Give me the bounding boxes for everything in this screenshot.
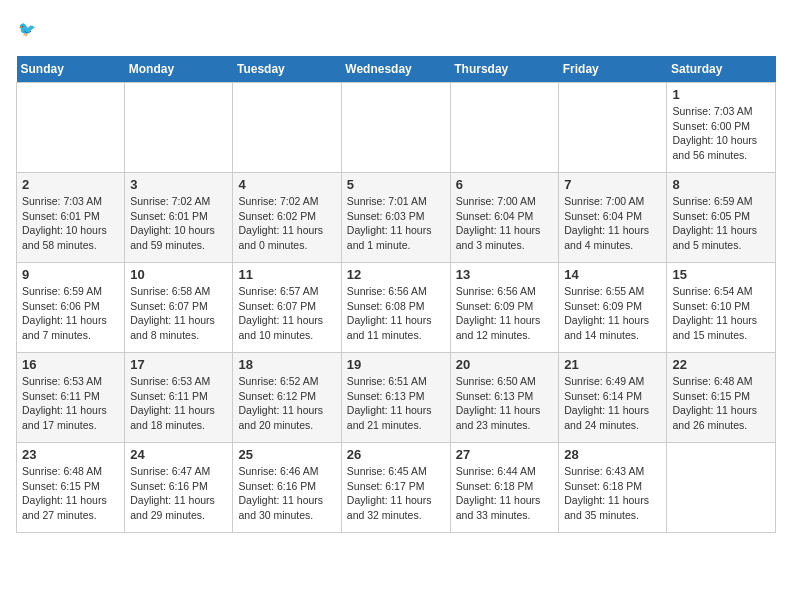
calendar-day-cell: 20Sunrise: 6:50 AM Sunset: 6:13 PM Dayli… xyxy=(450,353,559,443)
calendar-week-row: 16Sunrise: 6:53 AM Sunset: 6:11 PM Dayli… xyxy=(17,353,776,443)
calendar-week-row: 1Sunrise: 7:03 AM Sunset: 6:00 PM Daylig… xyxy=(17,83,776,173)
day-info: Sunrise: 6:48 AM Sunset: 6:15 PM Dayligh… xyxy=(672,374,770,433)
calendar-day-cell: 3Sunrise: 7:02 AM Sunset: 6:01 PM Daylig… xyxy=(125,173,233,263)
day-number: 2 xyxy=(22,177,119,192)
day-number: 13 xyxy=(456,267,554,282)
calendar-day-cell: 22Sunrise: 6:48 AM Sunset: 6:15 PM Dayli… xyxy=(667,353,776,443)
day-number: 20 xyxy=(456,357,554,372)
calendar-day-cell: 23Sunrise: 6:48 AM Sunset: 6:15 PM Dayli… xyxy=(17,443,125,533)
weekday-header: Sunday xyxy=(17,56,125,83)
calendar-day-cell: 5Sunrise: 7:01 AM Sunset: 6:03 PM Daylig… xyxy=(341,173,450,263)
day-info: Sunrise: 6:58 AM Sunset: 6:07 PM Dayligh… xyxy=(130,284,227,343)
day-number: 12 xyxy=(347,267,445,282)
logo-icon: 🐦 xyxy=(16,16,48,48)
calendar-day-cell: 14Sunrise: 6:55 AM Sunset: 6:09 PM Dayli… xyxy=(559,263,667,353)
day-info: Sunrise: 7:02 AM Sunset: 6:02 PM Dayligh… xyxy=(238,194,335,253)
calendar-day-cell xyxy=(17,83,125,173)
weekday-header: Thursday xyxy=(450,56,559,83)
day-info: Sunrise: 6:56 AM Sunset: 6:09 PM Dayligh… xyxy=(456,284,554,343)
day-info: Sunrise: 6:49 AM Sunset: 6:14 PM Dayligh… xyxy=(564,374,661,433)
page-header: 🐦 xyxy=(16,16,776,48)
day-number: 28 xyxy=(564,447,661,462)
day-number: 27 xyxy=(456,447,554,462)
calendar-day-cell: 7Sunrise: 7:00 AM Sunset: 6:04 PM Daylig… xyxy=(559,173,667,263)
day-info: Sunrise: 6:59 AM Sunset: 6:05 PM Dayligh… xyxy=(672,194,770,253)
day-info: Sunrise: 7:00 AM Sunset: 6:04 PM Dayligh… xyxy=(564,194,661,253)
calendar-table: SundayMondayTuesdayWednesdayThursdayFrid… xyxy=(16,56,776,533)
day-info: Sunrise: 6:44 AM Sunset: 6:18 PM Dayligh… xyxy=(456,464,554,523)
day-info: Sunrise: 6:50 AM Sunset: 6:13 PM Dayligh… xyxy=(456,374,554,433)
calendar-day-cell: 27Sunrise: 6:44 AM Sunset: 6:18 PM Dayli… xyxy=(450,443,559,533)
svg-text:🐦: 🐦 xyxy=(18,20,36,38)
logo: 🐦 xyxy=(16,16,52,48)
day-number: 26 xyxy=(347,447,445,462)
day-info: Sunrise: 6:59 AM Sunset: 6:06 PM Dayligh… xyxy=(22,284,119,343)
day-number: 22 xyxy=(672,357,770,372)
calendar-day-cell xyxy=(125,83,233,173)
day-info: Sunrise: 7:03 AM Sunset: 6:00 PM Dayligh… xyxy=(672,104,770,163)
day-info: Sunrise: 6:55 AM Sunset: 6:09 PM Dayligh… xyxy=(564,284,661,343)
day-number: 10 xyxy=(130,267,227,282)
calendar-day-cell: 19Sunrise: 6:51 AM Sunset: 6:13 PM Dayli… xyxy=(341,353,450,443)
day-number: 1 xyxy=(672,87,770,102)
calendar-day-cell: 4Sunrise: 7:02 AM Sunset: 6:02 PM Daylig… xyxy=(233,173,341,263)
day-info: Sunrise: 6:53 AM Sunset: 6:11 PM Dayligh… xyxy=(22,374,119,433)
day-number: 16 xyxy=(22,357,119,372)
day-number: 24 xyxy=(130,447,227,462)
calendar-week-row: 2Sunrise: 7:03 AM Sunset: 6:01 PM Daylig… xyxy=(17,173,776,263)
calendar-day-cell: 16Sunrise: 6:53 AM Sunset: 6:11 PM Dayli… xyxy=(17,353,125,443)
day-number: 19 xyxy=(347,357,445,372)
day-info: Sunrise: 6:46 AM Sunset: 6:16 PM Dayligh… xyxy=(238,464,335,523)
calendar-day-cell: 26Sunrise: 6:45 AM Sunset: 6:17 PM Dayli… xyxy=(341,443,450,533)
calendar-day-cell: 1Sunrise: 7:03 AM Sunset: 6:00 PM Daylig… xyxy=(667,83,776,173)
weekday-header: Tuesday xyxy=(233,56,341,83)
day-number: 8 xyxy=(672,177,770,192)
calendar-day-cell: 17Sunrise: 6:53 AM Sunset: 6:11 PM Dayli… xyxy=(125,353,233,443)
day-number: 23 xyxy=(22,447,119,462)
day-info: Sunrise: 6:54 AM Sunset: 6:10 PM Dayligh… xyxy=(672,284,770,343)
day-info: Sunrise: 7:00 AM Sunset: 6:04 PM Dayligh… xyxy=(456,194,554,253)
weekday-header: Wednesday xyxy=(341,56,450,83)
day-number: 17 xyxy=(130,357,227,372)
day-info: Sunrise: 7:01 AM Sunset: 6:03 PM Dayligh… xyxy=(347,194,445,253)
calendar-day-cell: 10Sunrise: 6:58 AM Sunset: 6:07 PM Dayli… xyxy=(125,263,233,353)
day-number: 4 xyxy=(238,177,335,192)
day-number: 25 xyxy=(238,447,335,462)
day-info: Sunrise: 6:51 AM Sunset: 6:13 PM Dayligh… xyxy=(347,374,445,433)
day-info: Sunrise: 6:43 AM Sunset: 6:18 PM Dayligh… xyxy=(564,464,661,523)
calendar-day-cell: 11Sunrise: 6:57 AM Sunset: 6:07 PM Dayli… xyxy=(233,263,341,353)
day-number: 15 xyxy=(672,267,770,282)
day-info: Sunrise: 6:45 AM Sunset: 6:17 PM Dayligh… xyxy=(347,464,445,523)
calendar-day-cell: 9Sunrise: 6:59 AM Sunset: 6:06 PM Daylig… xyxy=(17,263,125,353)
calendar-day-cell xyxy=(450,83,559,173)
calendar-day-cell: 2Sunrise: 7:03 AM Sunset: 6:01 PM Daylig… xyxy=(17,173,125,263)
weekday-header: Monday xyxy=(125,56,233,83)
day-info: Sunrise: 6:57 AM Sunset: 6:07 PM Dayligh… xyxy=(238,284,335,343)
calendar-day-cell: 6Sunrise: 7:00 AM Sunset: 6:04 PM Daylig… xyxy=(450,173,559,263)
calendar-day-cell: 28Sunrise: 6:43 AM Sunset: 6:18 PM Dayli… xyxy=(559,443,667,533)
calendar-header-row: SundayMondayTuesdayWednesdayThursdayFrid… xyxy=(17,56,776,83)
calendar-day-cell: 13Sunrise: 6:56 AM Sunset: 6:09 PM Dayli… xyxy=(450,263,559,353)
day-info: Sunrise: 6:47 AM Sunset: 6:16 PM Dayligh… xyxy=(130,464,227,523)
calendar-body: 1Sunrise: 7:03 AM Sunset: 6:00 PM Daylig… xyxy=(17,83,776,533)
calendar-day-cell: 8Sunrise: 6:59 AM Sunset: 6:05 PM Daylig… xyxy=(667,173,776,263)
calendar-day-cell: 12Sunrise: 6:56 AM Sunset: 6:08 PM Dayli… xyxy=(341,263,450,353)
day-number: 9 xyxy=(22,267,119,282)
calendar-day-cell: 18Sunrise: 6:52 AM Sunset: 6:12 PM Dayli… xyxy=(233,353,341,443)
weekday-header: Friday xyxy=(559,56,667,83)
calendar-day-cell xyxy=(559,83,667,173)
day-info: Sunrise: 6:56 AM Sunset: 6:08 PM Dayligh… xyxy=(347,284,445,343)
day-number: 11 xyxy=(238,267,335,282)
calendar-day-cell: 24Sunrise: 6:47 AM Sunset: 6:16 PM Dayli… xyxy=(125,443,233,533)
day-info: Sunrise: 6:53 AM Sunset: 6:11 PM Dayligh… xyxy=(130,374,227,433)
calendar-day-cell: 21Sunrise: 6:49 AM Sunset: 6:14 PM Dayli… xyxy=(559,353,667,443)
calendar-day-cell: 25Sunrise: 6:46 AM Sunset: 6:16 PM Dayli… xyxy=(233,443,341,533)
calendar-day-cell xyxy=(233,83,341,173)
day-info: Sunrise: 6:48 AM Sunset: 6:15 PM Dayligh… xyxy=(22,464,119,523)
weekday-header: Saturday xyxy=(667,56,776,83)
day-number: 7 xyxy=(564,177,661,192)
calendar-week-row: 23Sunrise: 6:48 AM Sunset: 6:15 PM Dayli… xyxy=(17,443,776,533)
day-info: Sunrise: 7:03 AM Sunset: 6:01 PM Dayligh… xyxy=(22,194,119,253)
day-number: 18 xyxy=(238,357,335,372)
day-info: Sunrise: 7:02 AM Sunset: 6:01 PM Dayligh… xyxy=(130,194,227,253)
